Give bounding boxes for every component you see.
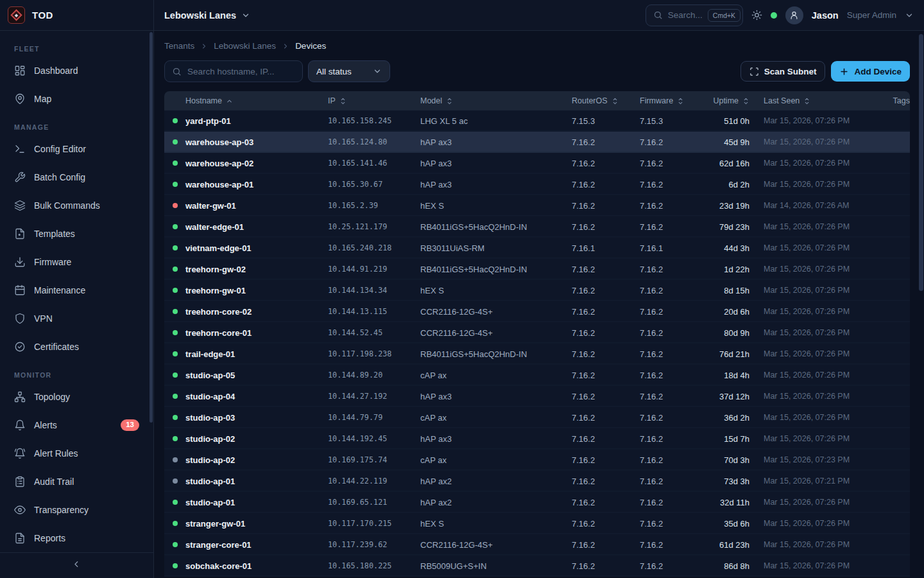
- sidebar-item-map[interactable]: Map: [8, 86, 146, 112]
- sidebar-item-audit-trail[interactable]: Audit Trail: [8, 469, 146, 495]
- cell-hostname[interactable]: trail-edge-01: [185, 349, 328, 359]
- table-row[interactable]: warehouse-ap-0310.165.124.80hAP ax37.16.…: [164, 132, 910, 153]
- sidebar-item-transparency[interactable]: Transparency: [8, 497, 146, 523]
- column-header-model[interactable]: Model: [420, 96, 572, 105]
- sidebar-item-batch-config[interactable]: Batch Config: [8, 164, 146, 190]
- device-search-field[interactable]: [164, 60, 303, 82]
- cell-firmware: 7.16.2: [640, 455, 707, 465]
- cell-hostname[interactable]: warehouse-ap-03: [185, 137, 328, 147]
- sidebar-item-config-editor[interactable]: Config Editor: [8, 136, 146, 162]
- table-row[interactable]: stranger-core-0110.117.239.62CCR2116-12G…: [164, 534, 910, 556]
- sidebar-scrollbar-thumb[interactable]: [150, 32, 153, 423]
- status-dot-cell: [164, 182, 185, 187]
- cell-hostname[interactable]: treehorn-core-02: [185, 307, 328, 317]
- cell-model: hEX S: [420, 201, 572, 211]
- theme-toggle-button[interactable]: [751, 10, 762, 21]
- table-row[interactable]: walter-gw-0110.165.2.39hEX S7.16.27.16.2…: [164, 195, 910, 216]
- avatar[interactable]: [785, 6, 803, 24]
- table-row[interactable]: vietnam-edge-0110.165.240.218RB3011UiAS-…: [164, 238, 910, 259]
- breadcrumb-item-tenants[interactable]: Tenants: [164, 41, 194, 51]
- sidebar-item-bulk-commands[interactable]: Bulk Commands: [8, 193, 146, 218]
- global-search-button[interactable]: Search... Cmd+K: [646, 4, 743, 26]
- breadcrumb-item-devices[interactable]: Devices: [295, 41, 326, 51]
- cell-hostname[interactable]: treehorn-gw-01: [185, 286, 328, 295]
- table-row[interactable]: trail-edge-0110.117.198.238RB4011iGS+5Ha…: [164, 344, 910, 365]
- column-header-last-seen[interactable]: Last Seen: [749, 96, 864, 105]
- column-header-routeros[interactable]: RouterOS: [572, 96, 640, 105]
- cell-hostname[interactable]: treehorn-gw-02: [185, 265, 328, 274]
- cell-hostname[interactable]: studio-ap-03: [185, 413, 328, 423]
- status-dot-cell: [164, 500, 185, 505]
- cell-hostname[interactable]: sobchak-core-01: [185, 561, 328, 571]
- cell-model: cAP ax: [420, 371, 572, 380]
- sidebar-item-maintenance[interactable]: Maintenance: [8, 277, 146, 303]
- table-row[interactable]: studio-ap-0210.144.192.45hAP ax37.16.27.…: [164, 428, 910, 450]
- cell-uptime: 70d 3h: [707, 455, 749, 465]
- column-header-hostname[interactable]: Hostname: [185, 96, 328, 105]
- sidebar-item-templates[interactable]: Templates: [8, 221, 146, 247]
- column-header-uptime[interactable]: Uptime: [707, 96, 749, 105]
- cell-hostname[interactable]: studio-ap-01: [185, 498, 328, 507]
- user-menu-chevron-icon[interactable]: [905, 11, 914, 20]
- cell-hostname[interactable]: yard-ptp-01: [185, 116, 328, 126]
- device-search-input[interactable]: [187, 67, 295, 76]
- sidebar-item-alert-rules[interactable]: Alert Rules: [8, 441, 146, 466]
- cell-hostname[interactable]: studio-ap-02: [185, 434, 328, 444]
- table-row[interactable]: studio-ap-0110.144.22.119hAP ax27.16.27.…: [164, 471, 910, 492]
- cell-hostname[interactable]: studio-ap-02: [185, 455, 328, 465]
- cell-last_seen: Mar 15, 2026, 07:26 PM: [749, 180, 864, 189]
- cell-last_seen: Mar 15, 2026, 07:26 PM: [749, 371, 864, 380]
- table-row[interactable]: studio-ap-0510.144.89.20cAP ax7.16.27.16…: [164, 365, 910, 386]
- cell-hostname[interactable]: vietnam-edge-01: [185, 243, 328, 253]
- page-scrollbar-thumb[interactable]: [919, 34, 923, 291]
- sidebar-item-firmware[interactable]: Firmware: [8, 249, 146, 275]
- cell-hostname[interactable]: walter-gw-01: [185, 201, 328, 211]
- sidebar-item-topology[interactable]: Topology: [8, 384, 146, 410]
- table-row[interactable]: treehorn-core-0110.144.52.45CCR2116-12G-…: [164, 322, 910, 344]
- table-row[interactable]: treehorn-core-0210.144.13.115CCR2116-12G…: [164, 301, 910, 322]
- cell-hostname[interactable]: studio-ap-05: [185, 371, 328, 380]
- cell-hostname[interactable]: stranger-gw-01: [185, 519, 328, 529]
- column-header-firmware[interactable]: Firmware: [640, 96, 707, 105]
- status-dot-online: [173, 267, 178, 272]
- status-filter-select[interactable]: All status: [308, 60, 390, 82]
- table-row[interactable]: studio-ap-0110.169.65.121hAP ax27.16.27.…: [164, 492, 910, 513]
- shield-check-icon: [14, 341, 26, 353]
- cell-model: CCR2116-12G-4S+: [420, 328, 572, 338]
- sidebar-collapse-button[interactable]: [0, 552, 153, 578]
- tenant-selector[interactable]: Lebowski Lanes: [164, 10, 250, 21]
- add-device-button[interactable]: Add Device: [831, 61, 910, 82]
- sidebar-item-reports[interactable]: Reports: [8, 525, 146, 551]
- column-header-ip[interactable]: IP: [328, 96, 420, 105]
- cell-hostname[interactable]: studio-ap-01: [185, 477, 328, 486]
- sidebar-item-vpn[interactable]: VPN: [8, 306, 146, 331]
- sort-icon: [677, 97, 684, 105]
- table-row[interactable]: warehouse-ap-0210.165.141.46hAP ax37.16.…: [164, 153, 910, 174]
- sidebar-item-certificates[interactable]: Certificates: [8, 334, 146, 360]
- sort-icon: [446, 97, 453, 105]
- sidebar-item-alerts[interactable]: Alerts13: [8, 412, 146, 438]
- table-row[interactable]: yard-ptp-0110.165.158.245LHG XL 5 ac7.15…: [164, 110, 910, 132]
- table-row[interactable]: studio-ap-0210.169.175.74cAP ax7.16.27.1…: [164, 450, 910, 471]
- cell-hostname[interactable]: warehouse-ap-01: [185, 180, 328, 189]
- sidebar-item-dashboard[interactable]: Dashboard: [8, 58, 146, 83]
- table-row[interactable]: treehorn-gw-0110.144.134.34hEX S7.16.27.…: [164, 280, 910, 301]
- table-row[interactable]: warehouse-ap-0110.165.30.67hAP ax37.16.2…: [164, 174, 910, 195]
- table-row[interactable]: studio-ap-0410.144.27.192hAP ax37.16.27.…: [164, 386, 910, 407]
- global-search-placeholder: Search...: [668, 10, 703, 20]
- table-row[interactable]: walter-edge-0110.25.121.179RB4011iGS+5Ha…: [164, 216, 910, 238]
- cell-hostname[interactable]: studio-ap-04: [185, 392, 328, 401]
- cell-firmware: 7.16.2: [640, 159, 707, 168]
- cell-last_seen: Mar 15, 2026, 07:26 PM: [749, 265, 864, 274]
- breadcrumb-item-lebowski-lanes[interactable]: Lebowski Lanes: [214, 41, 276, 51]
- cell-hostname[interactable]: treehorn-core-01: [185, 328, 328, 338]
- cell-model: hAP ax2: [420, 498, 572, 507]
- cell-hostname[interactable]: warehouse-ap-02: [185, 159, 328, 168]
- cell-hostname[interactable]: walter-edge-01: [185, 222, 328, 232]
- scan-subnet-button[interactable]: Scan Subnet: [740, 61, 826, 82]
- table-row[interactable]: treehorn-gw-0210.144.91.219RB4011iGS+5Ha…: [164, 259, 910, 280]
- table-row[interactable]: studio-ap-0310.144.79.79cAP ax7.16.27.16…: [164, 407, 910, 428]
- cell-hostname[interactable]: stranger-core-01: [185, 540, 328, 550]
- table-row[interactable]: stranger-gw-0110.117.170.215hEX S7.16.27…: [164, 513, 910, 534]
- table-row[interactable]: sobchak-core-0110.165.180.225RB5009UG+S+…: [164, 556, 910, 577]
